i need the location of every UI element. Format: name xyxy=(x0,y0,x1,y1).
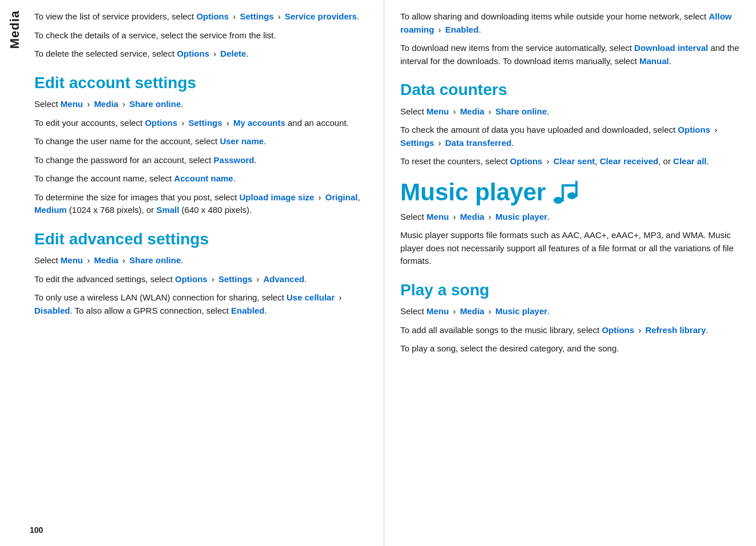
user-name-link: User name xyxy=(220,136,264,146)
advanced-link: Advanced xyxy=(264,274,305,284)
intro-p3: To delete the selected service, select O… xyxy=(34,48,368,61)
svg-rect-2 xyxy=(562,184,564,201)
password-link: Password xyxy=(214,155,254,165)
ea-p1: Select Menu › Media › Share online. xyxy=(34,98,368,111)
clear-all-link: Clear all xyxy=(673,156,706,166)
edit-advanced-heading: Edit advanced settings xyxy=(34,230,368,249)
play-song-heading: Play a song xyxy=(400,280,740,300)
refresh-library-link: Refresh library xyxy=(645,325,706,335)
intro-p2: To check the details of a service, selec… xyxy=(34,29,368,42)
ps-p3: To play a song, select the desired categ… xyxy=(400,342,740,355)
edit-account-heading: Edit account settings xyxy=(34,73,368,93)
disabled-link: Disabled xyxy=(34,306,70,315)
account-name-link: Account name xyxy=(174,173,233,183)
music-player-heading: Music player xyxy=(400,179,740,206)
download-p: To download new items from the service a… xyxy=(400,42,740,68)
intro-p1: To view the list of service providers, s… xyxy=(34,10,368,23)
music-note-icon xyxy=(551,179,579,206)
share-online-link-adv: Share online xyxy=(129,255,181,265)
options-link-1: Options xyxy=(196,11,229,21)
options-link-dc2: Options xyxy=(678,125,710,134)
svg-rect-4 xyxy=(562,184,578,187)
menu-link-ps: Menu xyxy=(427,306,449,316)
service-providers-link: Service providers xyxy=(285,11,357,21)
ps-p1: Select Menu › Media › Music player. xyxy=(400,305,740,318)
settings-link-ea2: Settings xyxy=(188,118,222,128)
svg-point-0 xyxy=(554,197,563,204)
settings-link-adv2: Settings xyxy=(218,274,252,284)
ea-p3: To change the user name for the account,… xyxy=(34,135,368,148)
svg-point-1 xyxy=(567,192,576,199)
page-container: Media To view the list of service provid… xyxy=(0,0,756,546)
media-link-ps: Media xyxy=(460,306,484,316)
dc-p2: To check the amount of data you have upl… xyxy=(400,124,740,149)
clear-received-link: Clear received xyxy=(600,156,659,166)
options-link-ea2: Options xyxy=(145,118,177,128)
data-transferred-link: Data transferred xyxy=(445,138,512,148)
mp-p1: Select Menu › Media › Music player. xyxy=(400,211,740,224)
right-column: To allow sharing and downloading items w… xyxy=(384,0,756,546)
share-online-link-dc: Share online xyxy=(495,106,547,116)
menu-link-ea: Menu xyxy=(61,99,83,109)
menu-link-adv: Menu xyxy=(61,255,83,265)
ea-p2: To edit your accounts, select Options › … xyxy=(34,117,368,130)
menu-link-mp: Menu xyxy=(427,212,449,221)
options-link-adv2: Options xyxy=(175,274,208,284)
adv-p1: Select Menu › Media › Share online. xyxy=(34,254,368,267)
settings-link-1: Settings xyxy=(240,11,273,21)
left-column: To view the list of service providers, s… xyxy=(30,0,384,546)
download-interval-link: Download interval xyxy=(634,43,708,53)
adv-p2: To edit the advanced settings, select Op… xyxy=(34,273,368,286)
share-online-link-ea: Share online xyxy=(129,99,181,109)
options-link-2: Options xyxy=(177,49,209,58)
ea-p5: To change the account name, select Accou… xyxy=(34,172,368,185)
settings-link-dc2: Settings xyxy=(400,138,434,148)
music-player-title: Music player xyxy=(400,179,546,206)
use-cellular-link: Use cellular xyxy=(287,292,335,302)
page-number: 100 xyxy=(30,524,43,536)
options-link-dc3: Options xyxy=(510,156,543,166)
delete-link: Delete xyxy=(220,49,246,58)
sidebar-label: Media xyxy=(6,10,24,51)
svg-rect-3 xyxy=(575,181,578,197)
upload-image-size-link: Upload image size xyxy=(240,192,315,202)
adv-p3: To only use a wireless LAN (WLAN) connec… xyxy=(34,291,368,317)
ea-p4: To change the password for an account, s… xyxy=(34,154,368,167)
enabled-link: Enabled xyxy=(231,306,264,315)
small-link: Small xyxy=(156,205,179,215)
options-link-ps2: Options xyxy=(602,325,634,335)
media-link-dc: Media xyxy=(460,106,484,116)
data-counters-heading: Data counters xyxy=(400,80,740,100)
manual-link: Manual xyxy=(639,56,669,66)
enabled-link-2: Enabled xyxy=(445,25,479,34)
mp-p2: Music player supports file formats such … xyxy=(400,229,740,268)
original-link: Original xyxy=(325,192,358,202)
music-player-link-ps: Music player xyxy=(495,306,547,316)
media-link-mp: Media xyxy=(460,212,484,221)
media-link-adv: Media xyxy=(94,255,118,265)
dc-p1: Select Menu › Media › Share online. xyxy=(400,105,740,118)
allow-roaming-p: To allow sharing and downloading items w… xyxy=(400,10,740,36)
ps-p2: To add all available songs to the music … xyxy=(400,324,740,337)
my-accounts-link: My accounts xyxy=(233,118,285,128)
media-link-ea: Media xyxy=(94,99,118,109)
ea-p6: To determine the size for images that yo… xyxy=(34,191,368,217)
dc-p3: To reset the counters, select Options › … xyxy=(400,155,740,168)
menu-link-dc: Menu xyxy=(427,106,449,116)
sidebar: Media xyxy=(0,0,30,546)
clear-sent-link: Clear sent xyxy=(554,156,595,166)
music-player-link: Music player xyxy=(495,212,547,221)
medium-link: Medium xyxy=(34,205,67,215)
